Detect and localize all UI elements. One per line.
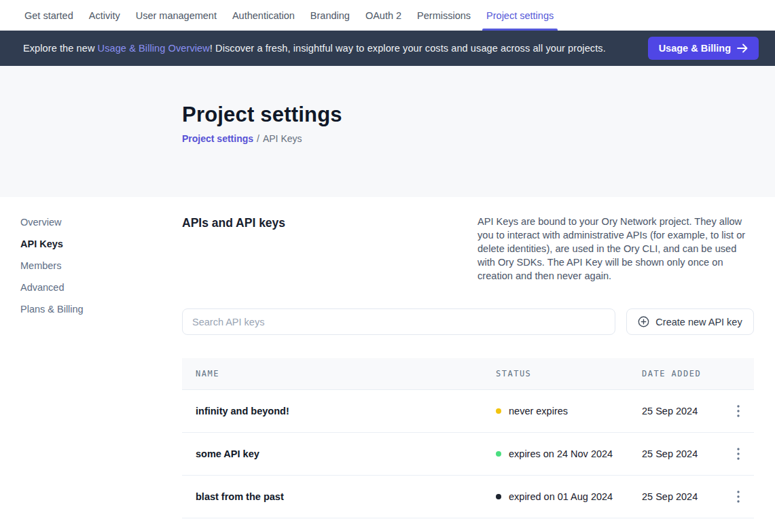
column-header-date-added: DATE ADDED (642, 369, 722, 378)
page-title: Project settings (182, 101, 775, 128)
banner-text-after: ! Discover a fresh, insightful way to ex… (210, 43, 606, 54)
api-key-name: blast from the past (196, 491, 496, 502)
plus-circle-icon (638, 316, 649, 327)
search-input[interactable] (182, 308, 615, 335)
section-intro: APIs and API keys API Keys are bound to … (182, 215, 754, 283)
status-text: never expires (509, 406, 568, 416)
create-api-key-label: Create new API key (655, 317, 742, 327)
nav-permissions[interactable]: Permissions (416, 0, 472, 31)
sidebar-item-api-keys[interactable]: API Keys (20, 236, 182, 258)
usage-billing-button[interactable]: Usage & Billing (648, 37, 759, 60)
row-actions-menu-icon[interactable] (729, 402, 747, 420)
status-text: expires on 24 Nov 2024 (509, 448, 613, 459)
api-keys-table: NAME STATUS DATE ADDED infinity and beyo… (182, 358, 754, 518)
status-dot (496, 494, 501, 499)
api-key-name: infinity and beyond! (196, 406, 496, 416)
api-key-status: expired on 01 Aug 2024 (496, 491, 642, 502)
create-api-key-button[interactable]: Create new API key (626, 308, 754, 335)
page-header: Project settings Project settings/API Ke… (0, 66, 775, 197)
breadcrumb-current: API Keys (263, 133, 302, 144)
table-row: infinity and beyond! never expires 25 Se… (182, 390, 754, 433)
top-navigation: Get started Activity User management Aut… (0, 0, 775, 31)
banner-text-before: Explore the new (23, 43, 98, 54)
sidebar-item-plans-billing[interactable]: Plans & Billing (20, 302, 182, 323)
table-row: blast from the past expired on 01 Aug 20… (182, 476, 754, 518)
row-actions-menu-icon[interactable] (729, 488, 747, 506)
table-row: some API key expires on 24 Nov 2024 25 S… (182, 433, 754, 476)
nav-user-management[interactable]: User management (134, 0, 218, 31)
section-description: API Keys are bound to your Ory Network p… (477, 215, 754, 283)
content-area: Overview API Keys Members Advanced Plans… (0, 197, 775, 518)
nav-get-started[interactable]: Get started (23, 0, 75, 31)
row-actions-menu-icon[interactable] (729, 445, 747, 463)
breadcrumb-project-settings-link[interactable]: Project settings (182, 133, 253, 144)
nav-activity[interactable]: Activity (88, 0, 122, 31)
breadcrumb-separator: / (257, 133, 259, 144)
api-key-status: never expires (496, 406, 642, 416)
column-header-status: STATUS (496, 369, 642, 378)
nav-branding[interactable]: Branding (309, 0, 351, 31)
api-key-date-added: 25 Sep 2024 (642, 406, 722, 416)
status-dot (496, 451, 501, 457)
api-key-date-added: 25 Sep 2024 (642, 448, 722, 459)
api-keys-panel: APIs and API keys API Keys are bound to … (182, 197, 754, 518)
table-header-row: NAME STATUS DATE ADDED (182, 358, 754, 390)
banner-message: Explore the new Usage & Billing Overview… (23, 43, 606, 54)
usage-billing-button-label: Usage & Billing (659, 43, 731, 54)
usage-billing-overview-link[interactable]: Usage & Billing Overview (98, 43, 210, 54)
column-header-name: NAME (196, 369, 496, 378)
api-key-status: expires on 24 Nov 2024 (496, 448, 642, 459)
settings-sidebar: Overview API Keys Members Advanced Plans… (0, 197, 182, 323)
status-text: expired on 01 Aug 2024 (509, 491, 613, 502)
arrow-right-icon (737, 43, 748, 53)
api-key-name: some API key (196, 448, 496, 459)
section-title: APIs and API keys (182, 215, 285, 230)
api-key-date-added: 25 Sep 2024 (642, 491, 722, 502)
sidebar-item-members[interactable]: Members (20, 258, 182, 280)
sidebar-item-overview[interactable]: Overview (20, 215, 182, 236)
nav-project-settings[interactable]: Project settings (485, 0, 555, 31)
nav-authentication[interactable]: Authentication (231, 0, 296, 31)
breadcrumb: Project settings/API Keys (182, 133, 775, 144)
table-controls: Create new API key (182, 308, 754, 335)
usage-billing-banner: Explore the new Usage & Billing Overview… (0, 31, 775, 66)
nav-oauth2[interactable]: OAuth 2 (364, 0, 403, 31)
sidebar-item-advanced[interactable]: Advanced (20, 280, 182, 302)
status-dot (496, 408, 501, 414)
